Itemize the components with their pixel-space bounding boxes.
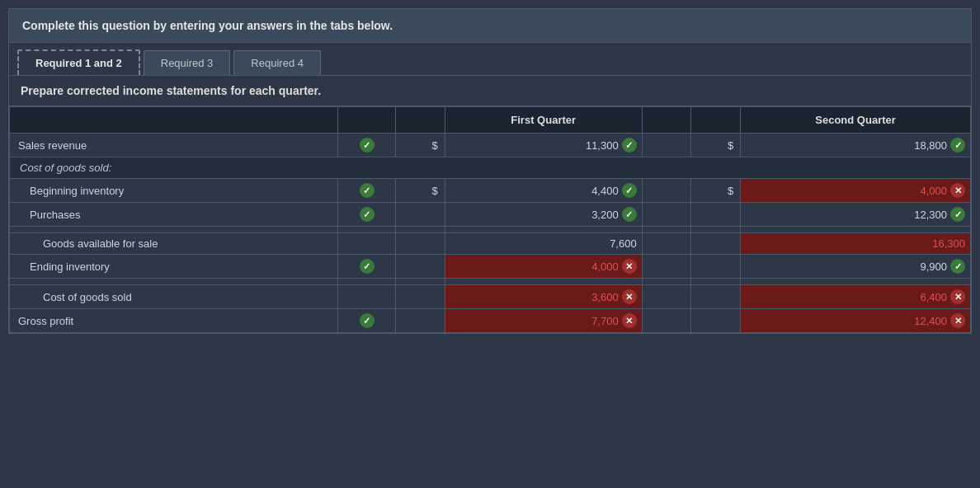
col-header-second-quarter: Second Quarter bbox=[741, 107, 971, 134]
table-row: Purchases✓3,200✓12,300✓ bbox=[10, 203, 971, 227]
check-icon: ✓ bbox=[950, 138, 965, 152]
table-row bbox=[10, 279, 971, 285]
fq-check-cell: ✓ bbox=[338, 179, 396, 203]
cross-icon: ✕ bbox=[622, 289, 637, 304]
subheader-label: Cost of goods sold: bbox=[10, 157, 971, 179]
tabs-section: Required 1 and 2 Required 3 Required 4 bbox=[8, 43, 972, 76]
cross-icon: ✕ bbox=[950, 289, 965, 304]
sq-value: 12,300 bbox=[914, 209, 947, 221]
sq-value-cell: 18,800✓ bbox=[741, 134, 971, 157]
row-label: Purchases bbox=[10, 203, 338, 227]
sq-dollar-cell bbox=[691, 233, 741, 255]
fq-check-cell: ✓ bbox=[338, 255, 396, 279]
fq-dollar-cell bbox=[395, 309, 445, 333]
sq-value: 9,900 bbox=[920, 260, 947, 273]
row-label: Ending inventory bbox=[10, 255, 338, 279]
check-icon: ✓ bbox=[360, 313, 375, 328]
table-row: Cost of goods sold: bbox=[10, 157, 971, 179]
fq-check-cell: ✓ bbox=[338, 309, 396, 333]
row-label: Beginning inventory bbox=[10, 179, 338, 203]
section-title: Prepare corrected income statements for … bbox=[8, 76, 972, 106]
check-icon: ✓ bbox=[360, 207, 375, 222]
sq-check-cell bbox=[642, 233, 691, 255]
table-row bbox=[10, 227, 971, 233]
fq-check-cell: ✓ bbox=[338, 134, 396, 157]
check-icon: ✓ bbox=[360, 138, 375, 152]
col-header-label bbox=[10, 107, 338, 134]
check-icon: ✓ bbox=[950, 207, 965, 222]
fq-dollar-cell bbox=[395, 285, 445, 309]
fq-value-cell: 7,700✕ bbox=[445, 309, 642, 333]
sq-value-cell: 9,900✓ bbox=[741, 255, 971, 279]
check-icon: ✓ bbox=[622, 138, 637, 152]
fq-value: 3,200 bbox=[591, 209, 619, 221]
col-header-fq-dollar bbox=[395, 107, 445, 134]
table-row: Sales revenue✓$11,300✓$18,800✓ bbox=[10, 134, 971, 157]
sq-dollar-cell bbox=[691, 255, 741, 279]
table-row: Gross profit✓7,700✕12,400✕ bbox=[10, 309, 971, 333]
check-icon: ✓ bbox=[360, 183, 375, 198]
tab-required-1-2[interactable]: Required 1 and 2 bbox=[17, 49, 140, 75]
sq-dollar-cell bbox=[691, 309, 741, 333]
check-icon: ✓ bbox=[360, 259, 375, 274]
sq-check-cell bbox=[642, 179, 691, 203]
fq-value: 4,400 bbox=[591, 185, 619, 197]
main-container: Complete this question by entering your … bbox=[0, 0, 980, 342]
sq-value: 12,400 bbox=[914, 315, 947, 327]
income-statement-table: First Quarter Second Quarter Sales reven… bbox=[8, 106, 972, 334]
fq-dollar-cell bbox=[395, 233, 445, 255]
cross-icon: ✕ bbox=[622, 259, 637, 274]
col-header-first-quarter: First Quarter bbox=[445, 107, 642, 134]
fq-check-cell bbox=[338, 285, 396, 309]
check-icon: ✓ bbox=[622, 183, 637, 198]
tab-required-3[interactable]: Required 3 bbox=[144, 50, 231, 75]
cross-icon: ✕ bbox=[622, 313, 637, 328]
sq-check-cell bbox=[642, 309, 691, 333]
sq-value: 6,400 bbox=[920, 291, 947, 303]
sq-check-cell bbox=[642, 255, 691, 279]
sq-dollar-cell: $ bbox=[691, 179, 741, 203]
fq-dollar-cell bbox=[395, 255, 445, 279]
sq-dollar-cell: $ bbox=[691, 134, 741, 157]
sq-check-cell bbox=[642, 203, 691, 227]
sq-value-cell: 12,300✓ bbox=[741, 203, 971, 227]
fq-value-cell: 4,400✓ bbox=[445, 179, 642, 203]
row-label: Goods available for sale bbox=[10, 233, 338, 255]
fq-value: 11,300 bbox=[586, 139, 619, 152]
fq-dollar-cell: $ bbox=[395, 134, 445, 157]
check-icon: ✓ bbox=[950, 259, 965, 274]
col-header-fq-check bbox=[338, 107, 396, 134]
sq-value: 16,300 bbox=[932, 237, 965, 250]
tab-required-4[interactable]: Required 4 bbox=[233, 50, 321, 75]
fq-value-cell: 3,600✕ bbox=[445, 285, 642, 309]
fq-value-cell: 11,300✓ bbox=[445, 134, 642, 157]
row-label: Sales revenue bbox=[10, 134, 338, 157]
table-row: Ending inventory✓4,000✕9,900✓ bbox=[10, 255, 971, 279]
check-icon: ✓ bbox=[622, 207, 637, 222]
sq-check-cell bbox=[642, 134, 691, 157]
table-row: Cost of goods sold3,600✕6,400✕ bbox=[10, 285, 971, 309]
fq-dollar-cell bbox=[395, 203, 445, 227]
fq-value: 4,000 bbox=[591, 260, 619, 273]
fq-check-cell: ✓ bbox=[338, 203, 396, 227]
sq-value: 4,000 bbox=[920, 185, 947, 197]
fq-value-cell: 7,600 bbox=[445, 233, 642, 255]
col-header-sq-dollar bbox=[691, 107, 741, 134]
cross-icon: ✕ bbox=[950, 313, 965, 328]
sq-dollar-cell bbox=[691, 203, 741, 227]
sq-value-cell: 16,300 bbox=[741, 233, 971, 255]
fq-check-cell bbox=[338, 233, 396, 255]
fq-dollar-cell: $ bbox=[395, 179, 445, 203]
sq-value-cell: 12,400✕ bbox=[741, 309, 971, 333]
sq-dollar-cell bbox=[691, 285, 741, 309]
instruction-bar: Complete this question by entering your … bbox=[8, 8, 972, 43]
table-row: Goods available for sale7,60016,300 bbox=[10, 233, 971, 255]
row-label: Cost of goods sold bbox=[10, 285, 338, 309]
fq-value-cell: 3,200✓ bbox=[445, 203, 642, 227]
cross-icon: ✕ bbox=[950, 183, 965, 198]
fq-value-cell: 4,000✕ bbox=[445, 255, 642, 279]
fq-value: 7,700 bbox=[591, 315, 619, 327]
col-header-sq-check bbox=[642, 107, 691, 134]
table-row: Beginning inventory✓$4,400✓$4,000✕ bbox=[10, 179, 971, 203]
fq-value: 3,600 bbox=[591, 291, 619, 303]
